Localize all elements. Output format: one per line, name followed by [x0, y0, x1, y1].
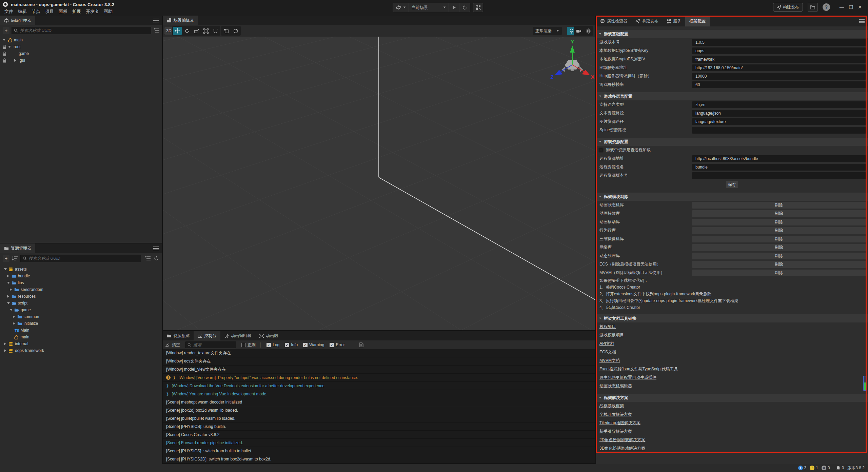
asset-node-bundle[interactable]: bundle — [0, 273, 161, 279]
tab-框架配置[interactable]: 框架配置 — [685, 16, 710, 26]
filter-log-checkbox[interactable]: ✓Log — [267, 342, 279, 347]
check-游戏中资源是否远程加载[interactable]: 游戏中资源是否远程加载 — [596, 146, 868, 154]
sort-icon[interactable] — [12, 256, 18, 261]
log-row[interactable]: [Scene] [bullet]:bullet wasm lib loaded. — [163, 414, 595, 422]
field-input[interactable]: framework — [692, 56, 866, 63]
status-error-count[interactable]: ✕ 0 — [822, 466, 830, 470]
field-input[interactable] — [692, 127, 866, 134]
menu-面板[interactable]: 面板 — [56, 8, 70, 15]
asset-node-Main[interactable]: TSMain — [0, 327, 161, 334]
field-input[interactable]: http://localhost:8083/assets/bundle — [692, 155, 866, 162]
remove-button[interactable]: 剔除 — [692, 244, 866, 251]
menu-帮助[interactable]: 帮助 — [101, 8, 115, 15]
field-input[interactable]: bundle — [692, 164, 866, 171]
remove-button[interactable]: 剔除 — [692, 227, 866, 234]
link-MVVM文档[interactable]: MVVM文档 — [596, 356, 868, 365]
log-row[interactable]: [Scene] meshopt wasm decoder initialized — [163, 398, 595, 406]
menu-项目[interactable]: 项目 — [43, 8, 56, 15]
close-button[interactable]: ✕ — [858, 4, 862, 10]
tab-控制台[interactable]: 控制台 — [194, 331, 220, 340]
tab-assets[interactable]: 资源管理器 — [0, 243, 35, 253]
asset-node-resources[interactable]: resources — [0, 293, 161, 300]
log-row[interactable]: [Scene] Cocos Creator v3.8.2 — [163, 431, 595, 438]
remove-button[interactable]: 剔除 — [692, 219, 866, 225]
asset-node-game[interactable]: game — [0, 307, 161, 313]
chevron-right-icon[interactable] — [13, 320, 15, 327]
platform-select[interactable] — [393, 3, 409, 12]
chevron-right-icon[interactable] — [7, 293, 9, 300]
hierarchy-menu-icon[interactable] — [153, 19, 159, 22]
chevron-down-icon[interactable] — [4, 266, 7, 273]
tab-动画图[interactable]: 动画图 — [255, 331, 282, 340]
log-row[interactable]: [Scene] [box2d]:box2d wasm lib loaded. — [163, 406, 595, 414]
section-游戏多语言配置[interactable]: 游戏多语言配置 — [596, 92, 868, 100]
hierarchy-node-game[interactable]: game — [0, 50, 161, 57]
hierarchy-node-main[interactable]: main — [0, 37, 161, 43]
link-新手引导解决方案[interactable]: 新手引导解决方案 — [596, 427, 868, 436]
asset-node-oops-framework[interactable]: oops-framework — [0, 347, 161, 354]
rotate-tool-button[interactable] — [182, 27, 191, 35]
help-button[interactable]: ? — [823, 3, 830, 11]
chevron-down-icon[interactable] — [7, 279, 10, 286]
filter-error-checkbox[interactable]: ✓Error — [330, 342, 345, 347]
link-Tiledmap地图解决方案[interactable]: Tiledmap地图解决方案 — [596, 419, 868, 427]
filter-info-checkbox[interactable]: ✓Info — [285, 342, 298, 347]
chevron-right-icon[interactable] — [7, 273, 9, 279]
chevron-right-icon[interactable] — [10, 286, 12, 293]
menu-开发者[interactable]: 开发者 — [83, 8, 101, 15]
menu-编辑[interactable]: 编辑 — [16, 8, 29, 15]
refresh-icon[interactable] — [154, 256, 159, 261]
play-button[interactable] — [449, 3, 459, 12]
field-input[interactable]: 1.0.5 — [692, 39, 866, 46]
move-tool-button[interactable] — [173, 27, 182, 35]
regex-checkbox[interactable]: 正则| — [241, 342, 261, 348]
rect-tool-button[interactable] — [201, 27, 210, 35]
hierarchy-node-gui[interactable]: gui — [0, 57, 161, 64]
asset-node-main[interactable]: main — [0, 334, 161, 340]
link-API文档[interactable]: API文档 — [596, 339, 868, 348]
scene-settings-button[interactable] — [584, 27, 593, 35]
link-战棋游戏框架[interactable]: 战棋游戏框架 — [596, 402, 868, 410]
clear-console-button[interactable]: 清空 — [165, 340, 180, 349]
axis-gizmo[interactable]: Y X Z — [550, 39, 594, 80]
scene-viewport[interactable]: Y X Z — [163, 37, 595, 330]
chevron-down-icon[interactable] — [8, 43, 11, 50]
link-原生包热更新配置自动生成插件[interactable]: 原生包热更新配置自动生成插件 — [596, 373, 868, 382]
inspector-menu-icon[interactable] — [859, 19, 865, 23]
tab-scene-editor[interactable]: 场景编辑器 — [163, 16, 198, 25]
remove-button[interactable]: 剔除 — [692, 210, 866, 217]
log-row[interactable]: ❯[Window] You are running Vue in develop… — [163, 390, 595, 398]
log-row[interactable]: ❯[Window] Download the Vue Devtools exte… — [163, 382, 595, 390]
field-input[interactable]: 10000 — [692, 73, 866, 80]
add-asset-button[interactable]: + — [3, 255, 9, 262]
scale-tool-button[interactable] — [192, 27, 201, 35]
field-input[interactable] — [692, 172, 866, 179]
filter-icon[interactable] — [145, 256, 151, 261]
link-2D角色扮演游戏解决方案[interactable]: 2D角色扮演游戏解决方案 — [596, 436, 868, 444]
tab-构建发布[interactable]: 构建发布 — [631, 16, 663, 26]
tab-hierarchy[interactable]: 层级管理器 — [0, 16, 35, 25]
section-游戏资源配置[interactable]: 游戏资源配置 — [596, 138, 868, 146]
add-node-button[interactable]: + — [3, 27, 9, 34]
scene-select[interactable]: 当前场景 — [409, 3, 449, 12]
remove-button[interactable]: 剔除 — [692, 202, 866, 209]
log-file-icon[interactable] — [359, 342, 363, 347]
filter-warning-checkbox[interactable]: ✓Warning — [303, 342, 324, 347]
hierarchy-search-input[interactable]: 搜索名称或 UUID — [12, 27, 151, 34]
status-notifications[interactable]: 0 — [836, 466, 844, 470]
chevron-right-icon[interactable] — [14, 57, 16, 64]
remove-button[interactable]: 剔除 — [692, 236, 866, 242]
link-动画状态机编辑器[interactable]: 动画状态机编辑器 — [596, 382, 868, 390]
log-row[interactable]: [Scene] [PHYSICS2D]: switch from box2d-w… — [163, 455, 595, 463]
link-全栈开发解决方案[interactable]: 全栈开发解决方案 — [596, 410, 868, 419]
asset-node-script[interactable]: script — [0, 300, 161, 307]
menu-节点[interactable]: 节点 — [29, 8, 43, 15]
coordinate-mode-button[interactable] — [231, 27, 240, 35]
hierarchy-node-root[interactable]: root — [0, 43, 161, 50]
status-warn-count[interactable]: ! 1 — [810, 466, 818, 470]
assets-search-input[interactable]: 搜索名称或 UUID — [20, 255, 141, 262]
tab-服务[interactable]: 服务 — [663, 16, 685, 26]
chevron-right-icon[interactable] — [13, 313, 15, 320]
inspector-scrollbar[interactable] — [863, 376, 867, 391]
menu-文件[interactable]: 文件 — [2, 8, 16, 15]
